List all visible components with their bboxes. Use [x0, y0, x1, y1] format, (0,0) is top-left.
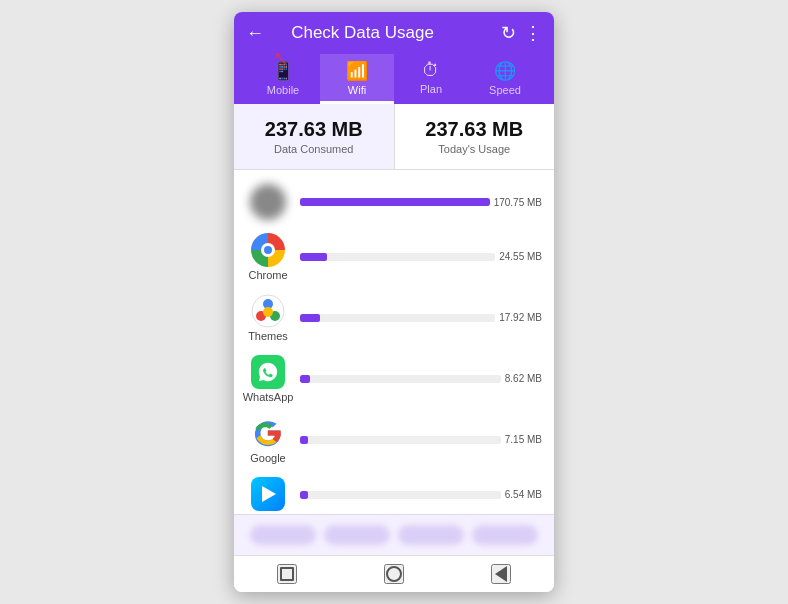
play-icon-container [250, 476, 286, 512]
themes-icon [251, 294, 285, 328]
nav-back-button[interactable] [491, 564, 511, 584]
tab-plan[interactable]: ⏱ Plan [394, 54, 468, 104]
tab-speed-label: Speed [489, 84, 521, 96]
plan-icon: ⏱ [422, 60, 440, 81]
chrome-bar-fill [300, 253, 327, 261]
wifi-icon: 📶 [346, 60, 368, 82]
tab-speed[interactable]: 🌐 Speed [468, 54, 542, 104]
whatsapp-bar-container: 8.62 MB [300, 373, 542, 384]
chrome-bar-container: 24.55 MB [300, 251, 542, 262]
tab-wifi-label: Wifi [348, 84, 366, 96]
chrome-icon-container [250, 232, 286, 268]
bottom-tab-2[interactable] [324, 525, 390, 545]
chrome-usage: 24.55 MB [499, 251, 542, 262]
google-usage: 7.15 MB [505, 434, 542, 445]
themes-bar-fill [300, 314, 320, 322]
top-app-bar-fill [300, 198, 490, 206]
list-item[interactable]: Google 7.15 MB [234, 409, 554, 470]
google-icon [251, 416, 285, 450]
themes-bar-container: 17.92 MB [300, 312, 542, 323]
top-app-usage: 170.75 MB [494, 197, 542, 208]
google-app-name: Google [250, 452, 285, 464]
whatsapp-usage: 8.62 MB [505, 373, 542, 384]
speed-icon: 🌐 [494, 60, 516, 82]
list-item[interactable]: Chrome 24.55 MB [234, 226, 554, 287]
whatsapp-icon-container [250, 354, 286, 390]
whatsapp-bar-fill [300, 375, 310, 383]
tab-plan-label: Plan [420, 83, 442, 95]
bottom-tab-3[interactable] [398, 525, 464, 545]
bottom-tab-4[interactable] [472, 525, 538, 545]
app-header: ← Check Data Usage ↻ ⋮ ↓ 📱 Mobile 📶 Wifi… [234, 12, 554, 104]
todays-usage-value: 237.63 MB [403, 118, 547, 141]
themes-icon-container [250, 293, 286, 329]
app-list: 170.75 MB Chrome 24 [234, 170, 554, 514]
top-app-bar-container: 170.75 MB [300, 197, 542, 208]
page-title: Check Data Usage [264, 23, 461, 43]
play-usage: 6.54 MB [505, 489, 542, 500]
bottom-tab-bar [234, 514, 554, 555]
play-store-icon [251, 477, 285, 511]
google-bar-container: 7.15 MB [300, 434, 542, 445]
phone-frame: ← Check Data Usage ↻ ⋮ ↓ 📱 Mobile 📶 Wifi… [234, 12, 554, 592]
more-button[interactable]: ⋮ [524, 22, 542, 44]
navigation-bar [234, 555, 554, 592]
list-item[interactable]: WhatsApp 8.62 MB [234, 348, 554, 409]
top-app-row[interactable]: 170.75 MB [234, 178, 554, 226]
square-icon [280, 567, 294, 581]
back-icon [495, 566, 507, 582]
list-item[interactable]: 6.54 MB [234, 470, 554, 514]
tab-wifi[interactable]: 📶 Wifi [320, 54, 394, 104]
play-bar-fill [300, 491, 308, 499]
google-bar-fill [300, 436, 308, 444]
whatsapp-icon [251, 355, 285, 389]
nav-home-button[interactable] [384, 564, 404, 584]
list-item[interactable]: Themes 17.92 MB [234, 287, 554, 348]
todays-usage-label: Today's Usage [403, 143, 547, 155]
data-consumed-label: Data Consumed [242, 143, 386, 155]
themes-app-name: Themes [248, 330, 288, 342]
bottom-tab-1[interactable] [250, 525, 316, 545]
todays-usage-card: 237.63 MB Today's Usage [395, 104, 555, 169]
summary-section: 237.63 MB Data Consumed 237.63 MB Today'… [234, 104, 554, 170]
back-button[interactable]: ← [246, 23, 264, 44]
chrome-icon [251, 233, 285, 267]
circle-icon [386, 566, 402, 582]
chrome-app-name: Chrome [248, 269, 287, 281]
data-consumed-value: 237.63 MB [242, 118, 386, 141]
tab-mobile-label: Mobile [267, 84, 299, 96]
whatsapp-app-name: WhatsApp [243, 391, 294, 403]
nav-square-button[interactable] [277, 564, 297, 584]
google-icon-container [250, 415, 286, 451]
refresh-button[interactable]: ↻ [501, 22, 516, 44]
top-app-icon [250, 184, 286, 220]
svg-point-4 [263, 307, 273, 317]
tab-bar: ↓ 📱 Mobile 📶 Wifi ⏱ Plan 🌐 Speed [246, 54, 542, 104]
data-consumed-card: 237.63 MB Data Consumed [234, 104, 395, 169]
play-bar-container: 6.54 MB [300, 489, 542, 500]
themes-usage: 17.92 MB [499, 312, 542, 323]
